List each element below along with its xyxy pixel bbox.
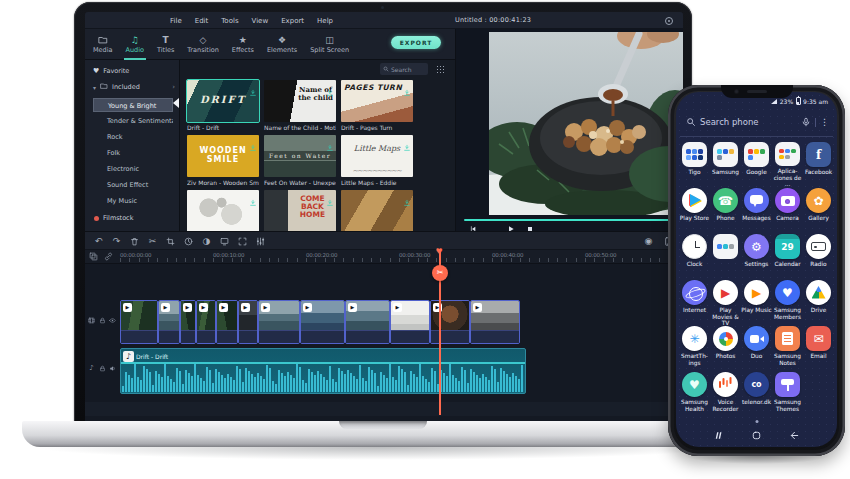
video-clip[interactable]: ▶ (158, 300, 180, 344)
menu-item-edit[interactable]: Edit (195, 17, 209, 25)
tab-transition[interactable]: ◇ Transition (185, 29, 220, 60)
redo-icon[interactable]: ↷ (111, 236, 122, 247)
fit-icon[interactable] (237, 236, 248, 247)
undo-icon[interactable]: ↶ (93, 236, 104, 247)
sidebar-item-favorite[interactable]: ♥Favorite (85, 64, 180, 78)
grid-view-button[interactable] (436, 65, 444, 73)
sidebar-item-filmstock[interactable]: Filmstock (85, 211, 180, 225)
media-item[interactable]: Name of the child Name of the Child - Mo… (264, 80, 336, 131)
menu-item-view[interactable]: View (252, 17, 269, 25)
crop-icon[interactable] (165, 236, 176, 247)
app-aplica-ciones-de-...[interactable]: Aplica- ciones de ... (772, 142, 803, 188)
video-clip[interactable]: ▶ (180, 300, 196, 344)
search-input[interactable]: Search (380, 63, 428, 75)
render-preview-icon[interactable]: ◉ (643, 236, 654, 247)
media-item[interactable]: WOODEN SMILE Ziv Moran - Wooden Smi... (187, 135, 259, 186)
menu-item-export[interactable]: Export (281, 17, 304, 25)
app-photos[interactable]: Photos (710, 326, 741, 372)
sidebar-item-my-music[interactable]: My Music (93, 194, 173, 208)
media-item[interactable]: PAGES TURN Drift - Pages Turn (341, 80, 413, 131)
playhead-split-button[interactable]: ✂ (432, 265, 448, 281)
app-folder[interactable] (710, 234, 741, 280)
tab-elements[interactable]: ❖ Elements (265, 29, 299, 60)
speaker-toggle-icon[interactable] (109, 365, 116, 372)
media-item[interactable] (187, 190, 259, 231)
app-samsung-members[interactable]: ♥Samsung Members (772, 280, 803, 326)
download-icon[interactable] (249, 192, 257, 211)
app-calendar[interactable]: 29Calendar (772, 234, 803, 280)
export-button[interactable]: EXPORT (391, 36, 441, 49)
app-smartth-ings[interactable]: ✳SmartTh- ings (679, 326, 710, 372)
menu-item-help[interactable]: Help (317, 17, 333, 25)
mic-icon[interactable] (801, 117, 811, 127)
video-clip[interactable]: ▶ (345, 300, 390, 344)
video-clip[interactable]: ▶ (430, 300, 470, 344)
split-icon[interactable]: ✂ (147, 236, 158, 247)
sidebar-item-tender-sentimental[interactable]: Tender & Sentimental (93, 114, 173, 128)
mixer-icon[interactable] (255, 236, 266, 247)
app-samsung-notes[interactable]: Samsung Notes (772, 326, 803, 372)
menu-item-tools[interactable]: Tools (221, 17, 238, 25)
app-gallery[interactable]: ✿Gallery (803, 188, 834, 234)
nav-home-button[interactable] (749, 428, 763, 442)
sidebar-collapse-arrow[interactable] (173, 98, 179, 108)
media-item[interactable]: COME BACK HOME (264, 190, 336, 231)
video-clip[interactable]: ▶ (120, 300, 158, 344)
download-icon[interactable] (326, 137, 334, 156)
download-icon[interactable] (326, 192, 334, 211)
app-play-store[interactable]: Play Store (679, 188, 710, 234)
lock-toggle-icon[interactable] (99, 317, 106, 324)
app-messages[interactable]: Messages (741, 188, 772, 234)
manage-tracks-icon[interactable] (89, 252, 98, 261)
app-play-movies-tv[interactable]: ▶Play Movies & TV (710, 280, 741, 326)
app-drive[interactable]: Drive (803, 280, 834, 326)
sidebar-item-included[interactable]: ▾ Included› (85, 80, 180, 94)
video-clip[interactable]: ▶ (216, 300, 238, 344)
download-icon[interactable] (403, 192, 411, 211)
app-clock[interactable]: Clock (679, 234, 710, 280)
video-clip[interactable]: ▶ (300, 300, 345, 344)
speed-icon[interactable] (183, 236, 194, 247)
nav-back-button[interactable] (787, 428, 801, 442)
tab-effects[interactable]: ★ Effects (230, 29, 256, 60)
sidebar-item-rock[interactable]: Rock (93, 130, 173, 144)
tab-titles[interactable]: T Titles (155, 29, 176, 60)
sidebar-item-young-bright[interactable]: Young & Bright (93, 98, 173, 112)
app-tigo[interactable]: Tigo (679, 142, 710, 188)
account-icon[interactable] (665, 17, 673, 25)
media-item[interactable]: Feet on Water Feet On Water - Unexpec... (264, 135, 336, 186)
tab-media[interactable]: Media (91, 29, 115, 60)
media-item[interactable] (341, 190, 413, 231)
app-samsung-health[interactable]: ♥Samsung Health (679, 372, 710, 418)
link-clips-icon[interactable] (104, 252, 113, 261)
app-play-music[interactable]: ▶Play Music (741, 280, 772, 326)
chroma-icon[interactable]: ◑ (201, 236, 212, 247)
app-email[interactable]: ✉Email (803, 326, 834, 372)
screen-record-icon[interactable] (219, 236, 230, 247)
playhead-marker-icon[interactable]: ♥ (436, 248, 443, 256)
video-clip[interactable]: ▶ (238, 300, 258, 344)
lock-toggle-icon[interactable] (99, 365, 106, 372)
download-icon[interactable] (249, 82, 257, 101)
sidebar-item-electronic[interactable]: Electronic (93, 162, 173, 176)
more-options-icon[interactable]: ⋮ (820, 117, 829, 127)
app-samsung-themes[interactable]: Samsung Themes (772, 372, 803, 418)
app-settings[interactable]: ⚙Settings (741, 234, 772, 280)
nav-recents-button[interactable] (712, 428, 726, 442)
playback-progress-bar[interactable] (464, 219, 681, 221)
media-item[interactable]: Little Maps Little Maps - Eddie (341, 135, 413, 186)
video-clip[interactable]: ▶ (390, 300, 430, 344)
app-samsung[interactable]: Samsung (710, 142, 741, 188)
note-toggle-icon[interactable]: ♪ (88, 365, 95, 372)
timeline-ruler[interactable]: 00:00:00:0000:00:10:0000:00:20:0000:00:3… (85, 250, 683, 264)
media-item[interactable]: DRIFT Drift - Drift (187, 80, 259, 131)
download-icon[interactable] (326, 82, 334, 101)
film-toggle-icon[interactable] (88, 317, 95, 324)
download-icon[interactable] (403, 82, 411, 101)
download-icon[interactable] (403, 137, 411, 156)
audio-clip[interactable]: ♪ Drift - Drift (120, 348, 526, 394)
video-clip[interactable]: ▶ (196, 300, 216, 344)
tab-audio[interactable]: ♫ Audio (124, 29, 146, 60)
app-voice-recorder[interactable]: Voice Recorder (710, 372, 741, 418)
video-clip[interactable]: ▶ (258, 300, 300, 344)
